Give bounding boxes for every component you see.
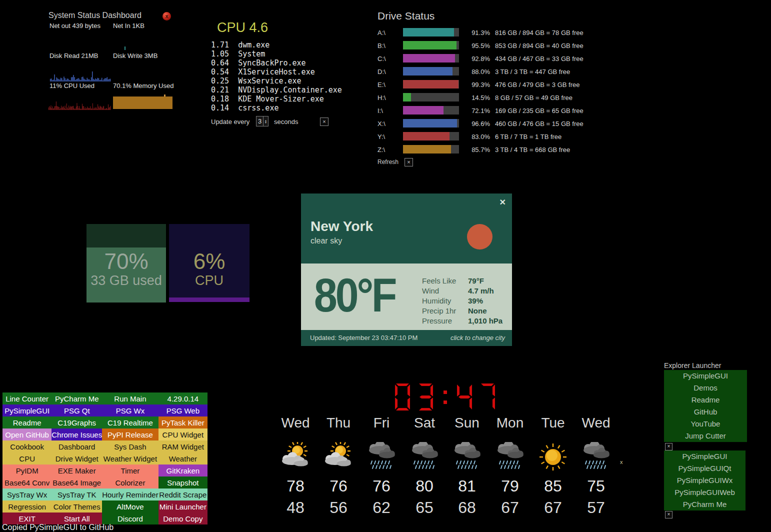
launcher-button-psg-web[interactable]: PSG Web [158,404,208,416]
weather-partly-sunny-icon [316,442,360,473]
launcher-button-open-github[interactable]: Open GitHub [2,428,52,440]
weather-detail-label: Pressure [422,316,468,325]
launcher-button-pytask-killer[interactable]: PyTask Killer [158,416,208,428]
weather-detail-row: Precip 1hrNone [422,306,502,316]
drive-refresh-button[interactable]: × [404,158,413,166]
update-every-label: Update every [211,118,250,126]
clock-digit [480,383,496,411]
weather-city: New York [310,218,373,234]
launcher-button-pysimplegui[interactable]: PySimpleGUI [2,404,52,416]
explorer-item-pysimpleguiweb[interactable]: PySimpleGUIWeb [664,486,746,498]
explorer-launcher-panel-2: PySimpleGUIPySimpleGUIQtPySimpleGUIWxPyS… [664,450,746,510]
launcher-button-pycharm-me[interactable]: PyCharm Me [52,392,102,404]
drive-percent: 83.0% [465,133,490,140]
spinner-value[interactable]: 3 [256,118,263,125]
launcher-button-demo-copy[interactable]: Demo Copy [158,512,208,524]
ram-tile-percent: 70% [86,250,166,273]
forecast-low-temp: 67 [531,498,575,517]
launcher-button-weather-widget[interactable]: Weather Widget [102,452,158,464]
drive-detail: 816 GB / 894 GB = 78 GB free [495,29,584,36]
process-line: 0.21 NVDisplay.Container.exe [211,86,342,94]
weather-widget[interactable]: New York clear sky ✕ 80°F Feels Like79°F… [301,194,512,346]
mem-used-label: 70.1% Memory Used [113,82,174,90]
forecast-high-temp: 78 [274,477,318,496]
explorer-item-pysimplegui[interactable]: PySimpleGUI [664,370,747,382]
drive-letter: E:\ [378,81,386,88]
launcher-button-timer[interactable]: Timer [102,464,158,476]
drive-percent: 91.3% [465,29,490,36]
cpu-widget-close-button[interactable]: × [320,118,328,126]
launcher-button-snapshot[interactable]: Snapshot [158,476,208,488]
launcher-button-readme[interactable]: Readme [2,416,52,428]
launcher-button-systray-wx[interactable]: SysTray Wx [2,488,52,500]
explorer-launcher-title: Explorer Launcher [664,362,721,370]
launcher-button-drive-widget[interactable]: Drive Widget [52,452,102,464]
launcher-button-hourly-reminder[interactable]: Hourly Reminder [102,488,158,500]
launcher-button-psg-wx[interactable]: PSG Wx [102,404,158,416]
ram-tile-label: 33 GB used [86,273,166,288]
weather-detail-row: Feels Like79°F [422,276,502,286]
spinner-arrows-icon[interactable]: ▲▼ [263,116,268,126]
launcher-button-4-29-0-14[interactable]: 4.29.0.14 [158,392,208,404]
forecast-day-column: Fri7662 [360,415,404,517]
forecast-day-label: Thu [316,415,360,431]
launcher-button-cpu-widget[interactable]: CPU Widget [158,428,208,440]
weather-detail-row: Wind4.7 m/h [422,286,502,296]
drive-usage-fill [403,54,455,62]
launcher-button-ram-widget[interactable]: RAM Widget [158,440,208,452]
weather-change-city-hint[interactable]: click to change city [450,334,505,342]
explorer-item-youtube[interactable]: YouTube [664,418,747,430]
launcher-button-c19graphs[interactable]: C19Graphs [52,416,102,428]
explorer-launcher-panel-1: PySimpleGUIDemosReadmeGitHubYouTubeJump … [664,370,747,442]
launcher-button-weather[interactable]: Weather [158,452,208,464]
launcher-button-color-themes[interactable]: Color Themes [52,500,102,512]
clock-digit [418,383,434,411]
weather-close-icon[interactable]: ✕ [500,198,506,207]
drive-percent: 92.8% [465,55,490,62]
explorer-close-button-2[interactable]: × [665,511,672,518]
explorer-item-jump-cutter[interactable]: Jump Cutter [664,430,747,442]
drive-percent: 72.1% [465,107,490,114]
explorer-item-readme[interactable]: Readme [664,394,747,406]
cpu-used-label: 11% CPU Used [50,82,94,90]
explorer-item-github[interactable]: GitHub [664,406,747,418]
launcher-button-c19-realtime[interactable]: C19 Realtime [102,416,158,428]
launcher-button-chrome-issues[interactable]: Chrome Issues [52,428,102,440]
launcher-button-psg-qt[interactable]: PSG Qt [52,404,102,416]
launcher-button-gitkraken[interactable]: GitKraken [158,464,208,476]
launcher-button-exe-maker[interactable]: EXE Maker [52,464,102,476]
drive-usage-bar [403,80,459,88]
launcher-button-base64-image[interactable]: Base64 Image [52,476,102,488]
update-interval-spinner[interactable]: 3 ▲▼ [256,116,268,126]
launcher-button-cpu[interactable]: CPU [2,452,52,464]
refresh-label: Refresh [378,158,398,166]
launcher-button-mini-launcher[interactable]: Mini Launcher [158,500,208,512]
launcher-button-systray-tk[interactable]: SysTray TK [52,488,102,500]
launcher-button-base64-conv[interactable]: Base64 Conv [2,476,52,488]
explorer-item-pysimplegui[interactable]: PySimpleGUI [664,450,746,462]
process-line: 0.54 X1ServiceHost.exe [211,68,342,76]
weather-detail-row: Pressure1,010 hPa [422,316,502,326]
explorer-item-pysimpleguiwx[interactable]: PySimpleGUIWx [664,474,746,486]
launcher-button-reddit-scrape[interactable]: Reddit Scrape [158,488,208,500]
launcher-button-cookbook[interactable]: Cookbook [2,440,52,452]
launcher-button-sys-dash[interactable]: Sys Dash [102,440,158,452]
drive-letter: Z:\ [378,146,385,154]
explorer-item-pysimpleguiqt[interactable]: PySimpleGUIQt [664,462,746,474]
process-line: 1.71 dwm.exe [211,40,342,50]
cpu-widget-title: CPU 4.6 [217,20,268,36]
launcher-button-colorizer[interactable]: Colorizer [102,476,158,488]
launcher-button-line-counter[interactable]: Line Counter [2,392,52,404]
launcher-button-dashboard[interactable]: Dashboard [52,440,102,452]
forecast-day-label: Sat [402,415,446,431]
launcher-button-pypi-release[interactable]: PyPI Release [102,428,158,440]
explorer-close-button-1[interactable]: × [665,443,672,450]
launcher-button-run-main[interactable]: Run Main [102,392,158,404]
forecast-close-icon[interactable]: x [620,459,623,465]
close-icon[interactable]: x [162,12,171,20]
launcher-button-regression[interactable]: Regression [2,500,52,512]
explorer-item-demos[interactable]: Demos [664,382,747,394]
explorer-item-pycharm-me[interactable]: PyCharm Me [664,498,746,510]
launcher-button-pyidm[interactable]: PyIDM [2,464,52,476]
launcher-button-altmove[interactable]: AltMove [102,500,158,512]
